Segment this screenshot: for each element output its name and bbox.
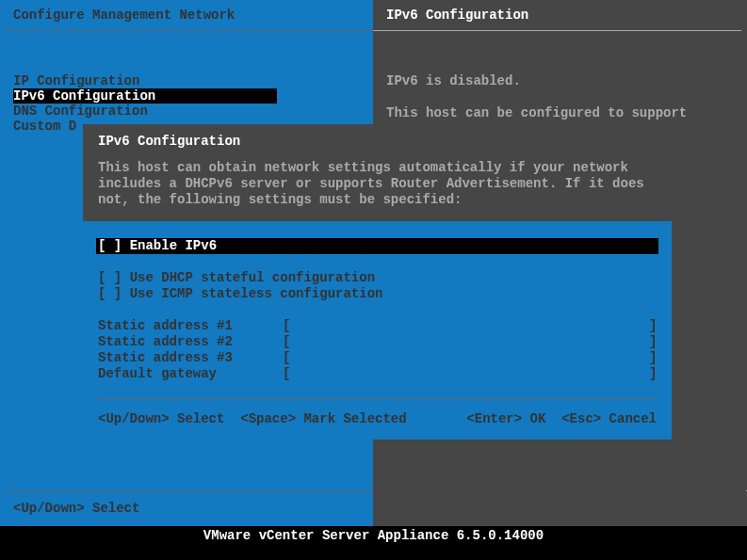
cancel-button[interactable]: <Esc> Cancel — [561, 411, 657, 426]
product-footer: VMware vCenter Server Appliance 6.5.0.14… — [0, 526, 747, 544]
hint-nav-select: <Up/Down> Select — [98, 411, 224, 426]
field-static-address-3[interactable]: Static address #3[] — [98, 350, 657, 366]
right-panel-title: IPv6 Configuration — [373, 0, 747, 30]
bottom-hint-left: <Up/Down> Select — [6, 490, 373, 525]
dialog-title: IPv6 Configuration — [83, 124, 672, 154]
ipv6-config-dialog: IPv6 Configuration This host can obtain … — [83, 124, 672, 440]
right-panel-content: IPv6 is disabled. This host can be confi… — [373, 31, 747, 138]
menu-item-ip-config[interactable]: IP Configuration — [13, 73, 360, 88]
checkbox-enable-ipv6[interactable]: [ ] Enable IPv6 — [96, 238, 658, 254]
checkbox-dhcp-stateful[interactable]: [ ] Use DHCP stateful configuration — [98, 270, 657, 286]
config-menu: IP Configuration IPv6 Configuration DNS … — [0, 31, 373, 134]
bottom-black-bar — [0, 544, 747, 560]
field-static-address-1[interactable]: Static address #1[] — [98, 318, 657, 334]
field-static-address-2[interactable]: Static address #2[] — [98, 334, 657, 350]
dialog-body: [ ] Enable IPv6 [ ] Use DHCP stateful co… — [83, 221, 672, 440]
left-panel-title: Configure Management Network — [0, 0, 373, 30]
hint-mark: <Space> Mark Selected — [240, 411, 406, 426]
menu-item-dns-config[interactable]: DNS Configuration — [13, 104, 360, 119]
dialog-footer: <Up/Down> Select <Space> Mark Selected <… — [98, 400, 657, 426]
dialog-description: This host can obtain network settings au… — [83, 154, 672, 221]
checkbox-icmp-stateless[interactable]: [ ] Use ICMP stateless configuration — [98, 286, 657, 302]
menu-item-ipv6-config[interactable]: IPv6 Configuration — [13, 88, 277, 104]
ipv6-status-text: IPv6 is disabled. — [386, 72, 734, 89]
field-default-gateway[interactable]: Default gateway[] — [98, 366, 657, 382]
ok-button[interactable]: <Enter> OK — [466, 411, 545, 426]
